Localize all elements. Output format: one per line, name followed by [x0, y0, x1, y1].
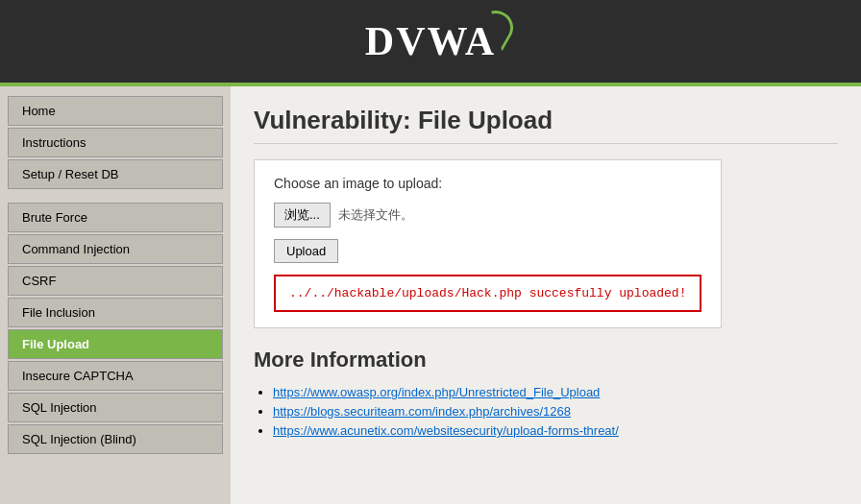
- header: DVWA: [0, 0, 861, 86]
- logo: DVWA: [365, 18, 496, 64]
- sidebar-item-command-injection[interactable]: Command Injection: [8, 234, 223, 264]
- more-info-title: More Information: [254, 348, 838, 372]
- file-name-display: 未选择文件。: [338, 206, 413, 224]
- list-item: https://blogs.securiteam.com/index.php/a…: [273, 403, 838, 419]
- list-item: https://www.owasp.org/index.php/Unrestri…: [273, 384, 838, 399]
- main-content: Vulnerability: File Upload Choose an ima…: [231, 86, 861, 504]
- list-item: https://www.acunetix.com/websitesecurity…: [273, 422, 838, 438]
- sidebar-item-instructions[interactable]: Instructions: [8, 128, 223, 157]
- sidebar-item-setup-reset-db[interactable]: Setup / Reset DB: [8, 159, 223, 189]
- browse-button[interactable]: 浏览...: [274, 203, 331, 228]
- info-link-3[interactable]: https://www.acunetix.com/websitesecurity…: [273, 423, 619, 438]
- sidebar-item-home[interactable]: Home: [8, 96, 223, 126]
- file-input-row: 浏览... 未选择文件。: [274, 203, 701, 228]
- info-link-1[interactable]: https://www.owasp.org/index.php/Unrestri…: [273, 385, 600, 399]
- sidebar-item-brute-force[interactable]: Brute Force: [8, 203, 223, 232]
- sidebar-item-file-upload[interactable]: File Upload: [8, 329, 223, 359]
- layout: Home Instructions Setup / Reset DB Brute…: [0, 86, 861, 504]
- info-link-2[interactable]: https://blogs.securiteam.com/index.php/a…: [273, 404, 571, 419]
- upload-box: Choose an image to upload: 浏览... 未选择文件。 …: [254, 159, 722, 328]
- sidebar-item-insecure-captcha[interactable]: Insecure CAPTCHA: [8, 361, 223, 391]
- success-message: ../../hackable/uploads/Hack.php succesfu…: [274, 275, 701, 312]
- sidebar-item-sql-injection[interactable]: SQL Injection: [8, 393, 223, 422]
- page-title: Vulnerability: File Upload: [254, 106, 838, 144]
- sidebar: Home Instructions Setup / Reset DB Brute…: [0, 86, 231, 504]
- info-links-list: https://www.owasp.org/index.php/Unrestri…: [254, 384, 838, 438]
- sidebar-item-file-inclusion[interactable]: File Inclusion: [8, 298, 223, 327]
- more-info-section: More Information https://www.owasp.org/i…: [254, 348, 838, 438]
- upload-button[interactable]: Upload: [274, 239, 338, 263]
- sidebar-item-csrf[interactable]: CSRF: [8, 266, 223, 296]
- upload-label: Choose an image to upload:: [274, 176, 701, 191]
- sidebar-item-sql-injection-blind[interactable]: SQL Injection (Blind): [8, 424, 223, 454]
- logo-swoosh: WA: [427, 18, 496, 64]
